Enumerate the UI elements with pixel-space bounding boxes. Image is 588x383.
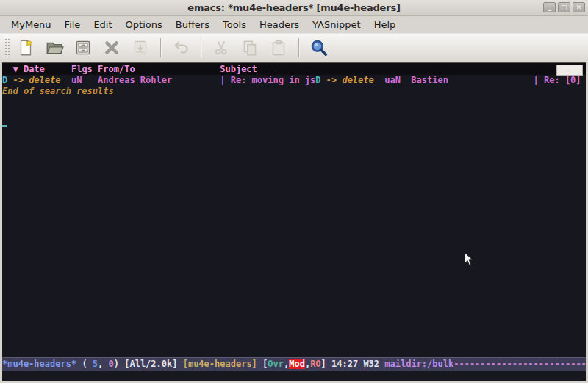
- toolbar-buttons: [15, 37, 330, 59]
- undo-icon: [171, 38, 190, 57]
- open-file-icon: [45, 38, 64, 57]
- field-flags: uaN: [384, 75, 411, 85]
- headers-column-header: ▼ Date Flgs From/To Subject: [2, 63, 586, 75]
- modeline-segment-plain: (: [76, 359, 93, 369]
- toolbar-grip-handle[interactable]: [4, 38, 10, 57]
- menu-item-help[interactable]: Help: [368, 18, 403, 32]
- buffer-area: ▼ Date Flgs From/To Subject D -> delete …: [2, 62, 586, 381]
- field-from: Bastien: [411, 75, 528, 85]
- toolbar-copy-button: [239, 37, 261, 59]
- toolbar-new-file-button[interactable]: [15, 37, 37, 59]
- menu-item-yasnippet[interactable]: YASnippet: [306, 18, 368, 32]
- modeline-segment-buffer: *mu4e-headers*: [2, 359, 76, 369]
- menu-item-file[interactable]: File: [58, 18, 87, 32]
- toolbar-separator: [201, 38, 201, 57]
- menu-item-buffers[interactable]: Buffers: [169, 18, 216, 32]
- text-cursor: [2, 125, 7, 127]
- menu-item-options[interactable]: Options: [119, 18, 169, 32]
- menu-item-tools[interactable]: Tools: [216, 18, 253, 32]
- field-pfx: [2, 64, 12, 74]
- field-subject: | Re: moving in js: [215, 75, 315, 85]
- window-controls: _□✕: [543, 2, 585, 12]
- field-mark: -> delete: [12, 75, 60, 85]
- message-list: D -> delete uN Andreas Röhler | Re: movi…: [2, 75, 586, 86]
- menu-item-mymenu[interactable]: MyMenu: [4, 18, 58, 32]
- toolbar-save-buffer-button[interactable]: [72, 37, 94, 59]
- close-button[interactable]: ✕: [573, 2, 585, 12]
- field-pfx: D: [2, 75, 12, 85]
- modeline-segment-plain: [: [257, 359, 268, 369]
- field-subject: | Re: [0] possible org bug: [528, 75, 586, 85]
- toolbar-separator: [298, 38, 299, 57]
- toolbar-undo-button: [170, 37, 192, 59]
- copy-icon: [240, 38, 259, 57]
- search-icon: [309, 38, 329, 57]
- modeline-segment-mod: Mod: [289, 359, 305, 369]
- toolbar-separator: [160, 38, 161, 57]
- message-row[interactable]: D -> delete uN Andreas Röhler | Re: movi…: [2, 75, 315, 85]
- field-date: [374, 75, 384, 85]
- close-buffer-icon: [102, 38, 121, 57]
- scrollbar-thumb[interactable]: [556, 65, 583, 76]
- modeline-segment-ro: RO: [310, 359, 320, 369]
- new-file-icon: [16, 38, 35, 57]
- modeline-segment-violet: 0: [109, 359, 114, 369]
- modeline-segment-blue: 5: [93, 359, 98, 369]
- field-from: From/To: [98, 64, 215, 74]
- field-flags: uN: [71, 75, 98, 85]
- modeline-segment-mode: [mu4e-headers]: [183, 359, 257, 369]
- toolbar-search-button[interactable]: [308, 37, 330, 59]
- window-title: emacs: *mu4e-headers* [mu4e-headers]: [0, 2, 588, 13]
- menu-item-headers[interactable]: Headers: [253, 18, 306, 32]
- field-pfx: D: [315, 75, 326, 85]
- mode-line: *mu4e-headers* ( 5, 0) [All/2.0k] [mu4e-…: [2, 357, 586, 371]
- message-row[interactable]: D -> delete uaN Bastien | Re: [0] possib…: [315, 75, 586, 85]
- field-from: Andreas Röhler: [98, 75, 215, 85]
- emacs-window: emacs: *mu4e-headers* [mu4e-headers] _□✕…: [0, 0, 588, 383]
- modeline-segment-ovr: Ovr: [268, 359, 284, 369]
- modeline-segment-plain: ) [All/2.0k]: [114, 359, 183, 369]
- toolbar-save-as-button: [129, 37, 151, 59]
- modeline-segment-dashes: ----------------------------------------: [453, 359, 586, 369]
- field-date: ▼ Date: [12, 64, 71, 74]
- maximize-button[interactable]: □: [558, 2, 570, 12]
- modeline-segment-plain: 14:27 W32: [331, 359, 384, 369]
- cut-icon: [212, 38, 231, 57]
- modeline-segment-plain: ,: [98, 359, 108, 369]
- field-mark: -> delete: [326, 75, 374, 85]
- end-of-results-label: End of search results: [2, 86, 586, 96]
- field-subject: Subject: [215, 64, 257, 74]
- minimize-button[interactable]: _: [543, 2, 556, 12]
- save-buffer-icon: [74, 38, 93, 57]
- toolbar-close-buffer-button[interactable]: [101, 37, 123, 59]
- toolbar: [0, 33, 588, 62]
- echo-area[interactable]: [2, 371, 586, 381]
- field-date: [60, 75, 71, 85]
- modeline-segment-plain: ]: [321, 359, 331, 369]
- title-bar[interactable]: emacs: *mu4e-headers* [mu4e-headers] _□✕: [0, 0, 588, 16]
- toolbar-cut-button: [210, 37, 232, 59]
- toolbar-paste-button: [268, 37, 290, 59]
- menu-bar: MyMenuFileEditOptionsBuffersToolsHeaders…: [0, 16, 588, 33]
- buffer-empty-space: [2, 96, 586, 357]
- save-as-icon: [131, 38, 150, 57]
- field-flags: Flgs: [71, 64, 98, 74]
- modeline-segment-dir: maildir:/bulk: [384, 359, 453, 369]
- toolbar-open-file-button[interactable]: [43, 37, 65, 59]
- paste-icon: [269, 38, 288, 57]
- menu-item-edit[interactable]: Edit: [87, 18, 118, 32]
